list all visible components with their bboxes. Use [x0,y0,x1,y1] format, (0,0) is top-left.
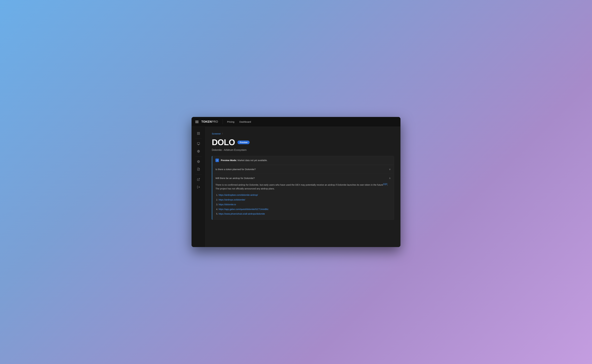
file-svg [197,168,200,171]
nav-link-dashboard[interactable]: Dashboard [240,120,251,123]
sidebar-chart-icon[interactable] [195,130,202,137]
nav-divider [222,119,223,124]
svg-rect-2 [197,134,198,135]
svg-rect-0 [197,132,198,133]
link-4[interactable]: https://app.galxe.com/quest/dolomite/GCT… [219,208,268,210]
export-svg [197,178,200,181]
info-banner-bold: Preview Mode: [221,159,237,162]
chart-svg [197,132,200,135]
chevron-up-icon-2: ∧ [389,177,391,180]
faq-answer-text-before: There is no confirmed airdrop for Dolomi… [215,184,383,186]
app-window: TOKEN PRO Pricing Dashboard [192,117,400,247]
main-layout: Screener / DOLO Preview Dolomite - Arbit… [192,127,400,247]
list-item-4: https://app.galxe.com/quest/dolomite/GCT… [219,208,391,211]
main-content: Screener / DOLO Preview Dolomite - Arbit… [205,127,400,247]
list-item-3: https://dolomite.io [219,203,391,207]
logo-token-text: TOKEN [201,120,212,124]
list-item-5: https://www.phoenixhub.io/all-airdrops/d… [219,212,391,216]
link-1[interactable]: https://airdropbee.com/dolomite-airdrop/ [219,194,258,196]
link-2[interactable]: https://airdrops.io/dolomite/ [219,198,245,201]
logo: TOKEN PRO [201,120,218,124]
sidebar-target-icon[interactable] [195,158,202,165]
sidebar-export-icon[interactable] [195,176,202,183]
svg-rect-1 [199,132,200,133]
info-panel: i Preview Mode: Market data not yet avai… [212,156,394,220]
breadcrumb-parent[interactable]: Screener [212,132,221,135]
link-5[interactable]: https://www.phoenixhub.io/all-airdrops/d… [219,213,265,215]
ref-link-2[interactable]: [2] [385,183,387,185]
sidebar [192,127,205,247]
preview-badge: Preview [237,141,250,144]
layers-svg [197,142,200,145]
info-banner-text: Preview Mode: Market data not yet availa… [221,159,267,162]
info-icon-box: i [215,159,219,162]
globe-svg [197,150,200,153]
hamburger-button[interactable] [195,121,198,123]
faq-answer-2: There is no confirmed airdrop for Dolomi… [212,182,394,220]
link-3[interactable]: https://dolomite.io [219,203,236,206]
chevron-down-icon-1: ∨ [389,168,391,171]
breadcrumb-separator: / [222,132,223,135]
faq-question-2-text: Will there be an airdrop for Dolomite? [215,177,255,179]
list-item-1: https://airdropbee.com/dolomite-airdrop/ [219,193,391,197]
info-banner: i Preview Mode: Market data not yet avai… [212,156,394,165]
faq-question-1[interactable]: Is there a token planned for Dolomite? ∨ [212,165,394,174]
nav-link-pricing[interactable]: Pricing [227,120,234,123]
breadcrumb: Screener / [212,132,394,135]
sidebar-layers-icon[interactable] [195,140,202,147]
info-icon: i [217,159,217,162]
faq-question-1-text: Is there a token planned for Dolomite? [215,168,256,171]
svg-rect-4 [197,143,200,144]
info-banner-body: Market data not yet available. [237,159,267,162]
sidebar-divider-1 [195,138,202,139]
page-title-row: DOLO Preview [212,137,394,147]
target-svg [197,160,200,163]
nav-links: Pricing Dashboard [227,120,251,123]
page-title: DOLO [212,137,235,147]
svg-rect-3 [199,134,200,135]
page-subtitle: Dolomite - Arbitrum Ecosystem [212,149,394,151]
faq-answer-paragraph: There is no confirmed airdrop for Dolomi… [215,182,391,191]
ref-link-1[interactable]: [1] [383,183,385,185]
faq-item-2: Will there be an airdrop for Dolomite? ∧… [212,174,394,220]
sidebar-file-icon[interactable] [195,166,202,173]
faq-question-2[interactable]: Will there be an airdrop for Dolomite? ∧ [212,174,394,182]
navbar: TOKEN PRO Pricing Dashboard [192,117,400,127]
list-item-2: https://airdrops.io/dolomite/ [219,198,391,202]
faq-answer-links-list: https://airdropbee.com/dolomite-airdrop/… [215,193,391,216]
sidebar-signin-icon[interactable] [195,184,202,190]
signin-svg [197,185,200,189]
svg-line-14 [198,178,200,180]
logo-pro-text: PRO [212,120,218,124]
svg-point-7 [198,161,199,162]
sidebar-globe-icon[interactable] [195,148,202,155]
faq-item-1: Is there a token planned for Dolomite? ∨ [212,165,394,174]
